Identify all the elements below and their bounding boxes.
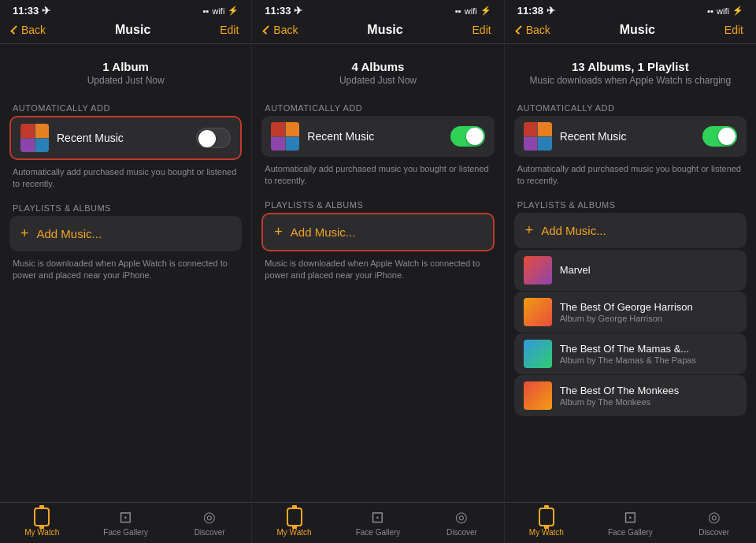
- thumb-cell-3: [524, 137, 538, 151]
- album-subtitle: Album by George Harrison: [560, 314, 737, 323]
- tab-icon-2: ◎: [705, 508, 724, 526]
- chevron-left-icon: [263, 25, 272, 34]
- recent-music-toggle[interactable]: [702, 126, 737, 147]
- watch-icon: [34, 508, 50, 526]
- page-title: Music: [620, 23, 655, 37]
- summary-title: 13 Albums, 1 Playlist: [517, 60, 743, 73]
- tab-bar: My Watch ⊡ Face Gallery ◎ Discover: [252, 502, 503, 543]
- tab-label-2: Discover: [699, 528, 729, 537]
- album-info: The Best Of George Harrison Album by Geo…: [560, 301, 737, 323]
- phone-panel-2: 11:33 ✈ ▪▪ wifi ⚡ Back Music Edit 4 Albu…: [252, 0, 504, 543]
- toggle-knob: [466, 128, 484, 145]
- tab-icon-2: ◎: [452, 508, 471, 526]
- recent-music-toggle[interactable]: [196, 128, 231, 148]
- edit-button[interactable]: Edit: [472, 24, 491, 36]
- auto-add-section-label: AUTOMATICALLY ADD: [505, 99, 756, 116]
- tab-my-watch[interactable]: My Watch: [0, 508, 83, 537]
- tab-my-watch[interactable]: My Watch: [505, 508, 588, 537]
- album-name: The Best Of George Harrison: [560, 301, 737, 313]
- summary-title: 1 Album: [13, 60, 239, 73]
- tab-label-1: Face Gallery: [356, 528, 401, 537]
- back-button[interactable]: Back: [265, 24, 298, 36]
- recent-music-row[interactable]: Recent Music: [261, 116, 494, 157]
- status-time: 11:33 ✈: [13, 5, 50, 17]
- status-bar: 11:33 ✈ ▪▪ wifi ⚡: [0, 0, 251, 20]
- back-button[interactable]: Back: [13, 24, 46, 36]
- edit-button[interactable]: Edit: [724, 24, 743, 36]
- thumb-cell-1: [524, 122, 538, 136]
- auto-add-section-label: AUTOMATICALLY ADD: [0, 99, 251, 116]
- add-music-row[interactable]: + Add Music...: [261, 213, 494, 251]
- album-subtitle: Album by The Monkees: [560, 397, 737, 407]
- thumb-cell-2: [538, 122, 552, 136]
- tab-bar: My Watch ⊡ Face Gallery ◎ Discover: [505, 502, 756, 543]
- tab-icon-0: [32, 508, 51, 526]
- tab-label-2: Discover: [447, 528, 477, 537]
- summary-section: 4 Albums Updated Just Now: [252, 54, 503, 99]
- tab-label-0: My Watch: [24, 528, 59, 537]
- plus-icon: +: [274, 224, 283, 240]
- tab-label-1: Face Gallery: [103, 528, 148, 537]
- recent-music-row[interactable]: Recent Music: [9, 116, 242, 160]
- chevron-left-icon: [515, 25, 524, 34]
- page-title: Music: [367, 23, 402, 37]
- add-music-row[interactable]: + Add Music...: [514, 213, 747, 248]
- thumb-cell-4: [35, 139, 50, 153]
- status-icons: ▪▪ wifi ⚡: [707, 6, 743, 16]
- toggle-knob: [718, 128, 736, 145]
- tab-icon-0: [285, 508, 304, 526]
- tab-discover[interactable]: ◎ Discover: [673, 508, 756, 537]
- thumb-cell-4: [286, 137, 300, 151]
- thumb-cell-2: [286, 122, 300, 136]
- content-area: 1 Album Updated Just Now AUTOMATICALLY A…: [0, 44, 251, 502]
- phone-panel-3: 11:38 ✈ ▪▪ wifi ⚡ Back Music Edit 13 Alb…: [505, 0, 756, 543]
- album-row[interactable]: Marvel: [514, 250, 747, 291]
- playlists-section-label: PLAYLISTS & ALBUMS: [0, 199, 251, 216]
- summary-title: 4 Albums: [265, 60, 491, 73]
- tab-bar: My Watch ⊡ Face Gallery ◎ Discover: [0, 502, 251, 543]
- tab-face-gallery[interactable]: ⊡ Face Gallery: [83, 508, 167, 537]
- battery-icon: ⚡: [228, 6, 239, 16]
- edit-button[interactable]: Edit: [220, 24, 239, 36]
- recent-music-toggle[interactable]: [450, 126, 485, 147]
- back-button[interactable]: Back: [517, 24, 550, 36]
- download-description: Music is downloaded when Apple Watch is …: [252, 253, 503, 290]
- phone-panel-1: 11:33 ✈ ▪▪ wifi ⚡ Back Music Edit 1 Albu…: [0, 0, 252, 543]
- add-music-row[interactable]: + Add Music...: [9, 216, 242, 251]
- gallery-icon: ⊡: [371, 508, 384, 526]
- summary-subtitle: Music downloads when Apple Watch is char…: [517, 75, 743, 86]
- nav-bar: Back Music Edit: [0, 20, 251, 44]
- album-row[interactable]: The Best Of The Mamas &... Album by The …: [514, 333, 747, 374]
- tab-face-gallery[interactable]: ⊡ Face Gallery: [336, 508, 420, 537]
- recent-music-label: Recent Music: [57, 132, 188, 144]
- tab-icon-1: ⊡: [369, 508, 387, 526]
- recent-music-label: Recent Music: [560, 130, 695, 143]
- signal-icon: ▪▪: [203, 6, 209, 16]
- summary-subtitle: Updated Just Now: [265, 75, 491, 86]
- tab-face-gallery[interactable]: ⊡ Face Gallery: [588, 508, 672, 537]
- auto-add-section-label: AUTOMATICALLY ADD: [252, 99, 503, 116]
- tab-discover[interactable]: ◎ Discover: [168, 508, 251, 537]
- watch-icon: [539, 508, 554, 526]
- thumb-cell-3: [271, 137, 285, 151]
- thumb-cell-1: [271, 122, 285, 136]
- summary-subtitle: Updated Just Now: [13, 75, 239, 86]
- tab-icon-1: ⊡: [621, 508, 639, 526]
- thumb-cell-1: [20, 124, 35, 138]
- auto-add-description: Automatically add purchased music you bo…: [0, 162, 251, 199]
- battery-icon: ⚡: [732, 6, 743, 16]
- page-title: Music: [115, 23, 150, 37]
- discover-icon: ◎: [455, 508, 468, 526]
- album-row[interactable]: The Best Of The Monkees Album by The Mon…: [514, 375, 747, 416]
- summary-section: 13 Albums, 1 Playlist Music downloads wh…: [505, 54, 756, 99]
- tab-discover[interactable]: ◎ Discover: [420, 508, 503, 537]
- battery-icon: ⚡: [480, 6, 491, 16]
- chevron-left-icon: [10, 25, 19, 34]
- album-name: Marvel: [560, 264, 737, 276]
- tab-label-1: Face Gallery: [608, 528, 653, 537]
- recent-music-row[interactable]: Recent Music: [514, 116, 747, 157]
- tab-my-watch[interactable]: My Watch: [252, 508, 335, 537]
- plus-icon: +: [20, 225, 29, 242]
- album-row[interactable]: The Best Of George Harrison Album by Geo…: [514, 292, 747, 333]
- thumb-cell-4: [538, 137, 552, 151]
